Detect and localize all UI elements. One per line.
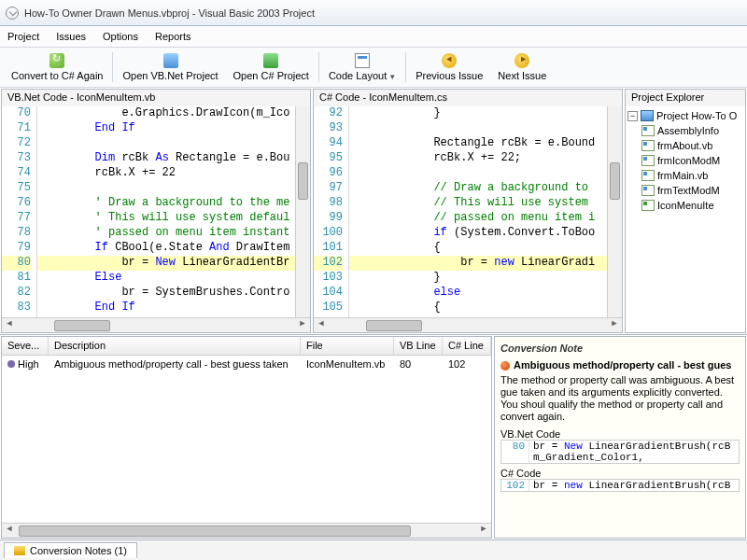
cs-pane-header: C# Code - IconMenuItem.cs	[314, 90, 622, 106]
cs-gutter: 9293949596979899100101102103104105	[314, 106, 349, 317]
arrow-right-icon	[514, 53, 529, 68]
menu-options[interactable]: Options	[103, 31, 138, 42]
project-explorer: Project Explorer −Project How-To O Assem…	[625, 89, 746, 333]
col-file[interactable]: File	[301, 337, 394, 355]
tree-item[interactable]: frmIconModM	[627, 153, 743, 168]
vb-code-body[interactable]: 7071727374757677787980818283 e.Graphics.…	[2, 106, 310, 317]
cs-code-pane: C# Code - IconMenuItem.cs 92939495969798…	[313, 89, 623, 333]
col-description[interactable]: Description	[49, 337, 301, 355]
warning-icon	[500, 361, 510, 371]
col-severity[interactable]: Seve...	[2, 337, 49, 355]
tree-item[interactable]: AssemblyInfo	[627, 123, 743, 138]
titlebar: How-To Owner Drawn Menus.vbproj - Visual…	[0, 0, 747, 26]
file-icon	[641, 185, 655, 196]
file-icon	[641, 125, 655, 136]
menubar: Project Issues Options Reports	[0, 26, 747, 47]
project-tree[interactable]: −Project How-To O AssemblyInfofrmAbout.v…	[626, 106, 745, 332]
tree-item[interactable]: frmMain.vb	[627, 168, 743, 183]
file-icon	[641, 140, 655, 151]
menu-reports[interactable]: Reports	[155, 31, 191, 42]
search-icon	[6, 7, 19, 20]
issues-hscrollbar[interactable]: ◄►	[2, 523, 491, 538]
conversion-note-panel: Conversion Note Ambiguous method/propert…	[494, 336, 746, 539]
note-vb-label: VB.Net Code	[500, 428, 740, 440]
chevron-down-icon: ▼	[388, 73, 396, 81]
open-cs-button[interactable]: Open C# Project	[226, 49, 317, 86]
convert-icon	[49, 53, 64, 68]
vb-hscrollbar[interactable]: ◄►	[2, 317, 310, 332]
cs-lines[interactable]: } Rectangle rcBk = e.Bound rcBk.X += 22;…	[349, 106, 622, 317]
toolbar: Convert to C# Again Open VB.Net Project …	[0, 47, 747, 88]
next-issue-button[interactable]: Next Issue	[490, 49, 554, 86]
note-body: The method or property call was ambiguou…	[500, 374, 740, 423]
vb-pane-header: VB.Net Code - IconMenuItem.vb	[2, 90, 310, 106]
workarea: VB.Net Code - IconMenuItem.vb 7071727374…	[0, 88, 747, 334]
explorer-header: Project Explorer	[626, 90, 745, 106]
issue-row[interactable]: HighAmbiguous method/property call - bes…	[2, 356, 491, 372]
tree-item[interactable]: IconMenuIte	[627, 198, 743, 213]
menu-project[interactable]: Project	[7, 31, 39, 42]
tab-conversion-notes[interactable]: Conversion Notes (1)	[4, 542, 137, 558]
code-layout-button[interactable]: Code Layout▼	[321, 49, 403, 86]
arrow-left-icon	[442, 53, 457, 68]
tree-item[interactable]: frmAbout.vb	[627, 138, 743, 153]
notes-icon	[14, 546, 25, 555]
file-icon	[641, 155, 655, 166]
cs-code-body[interactable]: 9293949596979899100101102103104105 } Rec…	[314, 106, 622, 317]
open-vb-button[interactable]: Open VB.Net Project	[115, 49, 225, 86]
note-vb-code: 80br = New LinearGradientBrush(rcB m_Gra…	[500, 440, 740, 464]
cs-project-icon	[263, 53, 278, 68]
col-csline[interactable]: C# Line	[443, 337, 491, 355]
file-icon	[641, 170, 655, 181]
vb-vscrollbar[interactable]	[295, 106, 310, 317]
note-heading: Conversion Note	[500, 343, 740, 354]
window-title: How-To Owner Drawn Menus.vbproj - Visual…	[24, 7, 315, 19]
file-icon	[641, 200, 655, 211]
bottom-tabstrip: Conversion Notes (1)	[0, 539, 747, 560]
cs-vscrollbar[interactable]	[607, 106, 622, 317]
layout-icon	[355, 53, 370, 68]
note-cs-label: C# Code	[500, 468, 740, 479]
vb-lines[interactable]: e.Graphics.DrawIcon(m_Ico End If Dim rcB…	[37, 106, 310, 317]
issues-grid: Seve... Description File VB Line C# Line…	[1, 336, 492, 539]
bottom-area: Seve... Description File VB Line C# Line…	[0, 334, 747, 539]
vb-project-icon	[163, 53, 178, 68]
note-cs-code: 102br = new LinearGradientBrush(rcB	[500, 479, 740, 492]
tree-item[interactable]: frmTextModM	[627, 183, 743, 198]
convert-button[interactable]: Convert to C# Again	[4, 49, 110, 86]
grid-header: Seve... Description File VB Line C# Line	[2, 337, 491, 356]
vb-code-pane: VB.Net Code - IconMenuItem.vb 7071727374…	[1, 89, 311, 333]
cs-hscrollbar[interactable]: ◄►	[314, 317, 622, 332]
project-icon	[641, 110, 654, 121]
collapse-icon[interactable]: −	[627, 111, 638, 121]
prev-issue-button[interactable]: Previous Issue	[408, 49, 490, 86]
col-vbline[interactable]: VB Line	[394, 337, 443, 355]
tree-root[interactable]: −Project How-To O	[627, 108, 743, 123]
note-title: Ambiguous method/property call - best gu…	[500, 359, 740, 371]
menu-issues[interactable]: Issues	[56, 31, 86, 42]
vb-gutter: 7071727374757677787980818283	[2, 106, 37, 317]
